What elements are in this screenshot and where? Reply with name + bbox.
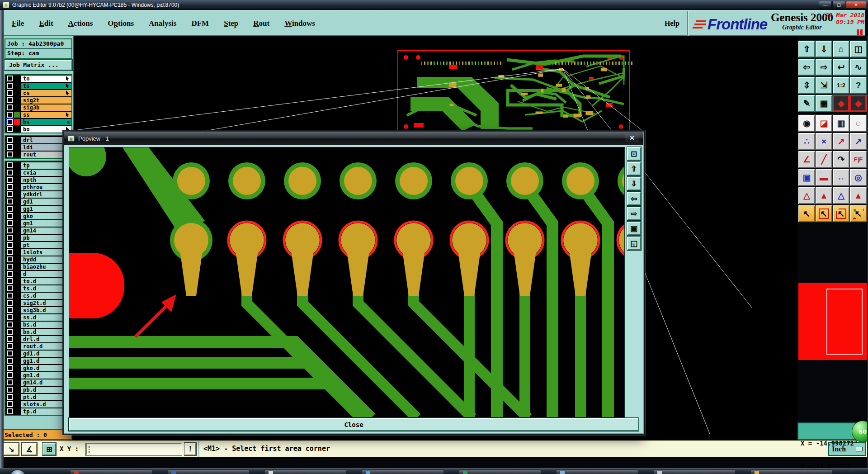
popview-pan-right-button[interactable]: ⇨	[627, 207, 641, 220]
layer-checkbox-cs.d[interactable]	[7, 293, 13, 299]
layer-row-pt.d[interactable]: pt.d	[5, 393, 71, 400]
layer-color-swatch[interactable]	[14, 76, 20, 81]
layer-row-ts[interactable]: ts	[5, 82, 71, 89]
layer-checkbox-gd1.d[interactable]	[7, 351, 13, 356]
maximize-button[interactable]: ▢	[832, 1, 845, 9]
pan-right-button[interactable]: ⇨	[816, 59, 832, 76]
layer-row-cs.d[interactable]: cs.d	[5, 292, 71, 299]
angle-measure-button[interactable]: ∠	[798, 151, 815, 168]
layer-label[interactable]: cs	[21, 90, 71, 96]
layer-checkbox-ss[interactable]	[7, 112, 13, 118]
triangle-mode-3-button[interactable]: △	[833, 187, 849, 204]
split-view-xy-button[interactable]: ◫	[850, 41, 867, 57]
popview-zoom-in-button[interactable]: ⇧	[627, 162, 641, 175]
measure-width-button[interactable]: ↔	[833, 169, 849, 186]
fit-expand-button[interactable]: ⇳	[798, 77, 815, 94]
layer-color-swatch[interactable]	[14, 293, 20, 299]
layer-color-swatch[interactable]	[14, 264, 20, 270]
layer-checkbox-pb.d[interactable]	[7, 387, 13, 393]
layer-checkbox-ts.d[interactable]	[7, 285, 13, 291]
grid-toggle-button[interactable]: ▦	[816, 95, 832, 112]
layer-checkbox-bo.d[interactable]	[7, 329, 13, 335]
layer-row-pthrou[interactable]: pthrou	[5, 183, 71, 190]
layer-checkbox-gko[interactable]	[7, 213, 13, 219]
layer-color-swatch[interactable]	[14, 199, 20, 204]
layer-color-swatch[interactable]	[14, 90, 20, 96]
taskbar-button[interactable]	[459, 469, 541, 474]
angle-mode-icon[interactable]: ∡	[22, 443, 37, 455]
chain-select-button[interactable]: ∴	[798, 133, 815, 150]
layer-color-swatch[interactable]	[14, 104, 20, 110]
layer-checkbox-hydd[interactable]	[7, 256, 13, 262]
triangle-mode-4-button[interactable]: ▲	[850, 187, 867, 204]
layer-row-gd1[interactable]: gd1	[5, 198, 71, 205]
taskbar-button[interactable]	[70, 469, 152, 474]
layer-color-swatch[interactable]	[14, 408, 20, 414]
menu-item-edit[interactable]: Edit	[39, 19, 53, 28]
layer-row-drl.d[interactable]: drl.d	[5, 335, 71, 342]
layer-label[interactable]: ss	[21, 111, 71, 118]
layer-row-slots.d[interactable]: slots.d	[5, 400, 71, 408]
snap-mode-icon[interactable]: ↘	[4, 443, 19, 455]
layer-row-gm14.d[interactable]: gm14.d	[5, 379, 71, 386]
net-highlight-a-button[interactable]: ◆	[833, 95, 849, 112]
zoom-out-button[interactable]: ⇩	[816, 41, 832, 57]
layer-row-gm1[interactable]: gm1	[5, 219, 71, 227]
previous-view-button[interactable]: ↩	[833, 59, 849, 76]
layer-checkbox-sig2t[interactable]	[7, 97, 13, 103]
layer-color-swatch[interactable]	[14, 278, 20, 284]
layer-row-d[interactable]: d	[5, 270, 71, 277]
layer-checkbox-sig2t.d[interactable]	[7, 300, 13, 306]
layer-label[interactable]: to	[21, 75, 71, 82]
scale-1-2-button[interactable]: 1:2	[833, 77, 849, 94]
layer-row-gg1[interactable]: gg1	[5, 205, 71, 212]
layer-row-cs[interactable]: cs	[5, 89, 71, 96]
layer-checkbox-1slots[interactable]	[7, 249, 13, 255]
popview-fit-out-button[interactable]: ◱	[627, 237, 641, 250]
layer-checkbox-bs.d[interactable]	[7, 322, 13, 327]
segment-button[interactable]: ▬	[816, 169, 832, 186]
copy-vertex-button[interactable]: ↗	[850, 133, 867, 150]
menu-item-actions[interactable]: Actions	[68, 19, 93, 28]
layer-compare-button[interactable]: ◪	[816, 115, 832, 132]
popview-title-bar[interactable]: x Popview - 1 ✕	[64, 132, 643, 145]
layer-color-swatch[interactable]	[14, 177, 20, 183]
layer-checkbox-npth[interactable]	[7, 177, 13, 183]
layer-checkbox-pthrou[interactable]	[7, 184, 13, 190]
select-pad-button[interactable]: ◌	[850, 115, 867, 132]
layer-checkbox-pt[interactable]	[7, 242, 13, 248]
layer-color-swatch[interactable]	[14, 184, 20, 190]
layer-color-swatch[interactable]	[14, 351, 20, 356]
layer-color-swatch[interactable]	[14, 372, 20, 378]
layer-checkbox-gg1.d[interactable]	[7, 358, 13, 364]
layer-checkbox-ldi[interactable]	[7, 144, 13, 150]
close-button[interactable]: ✕	[846, 1, 866, 9]
layer-checkbox-tp[interactable]	[7, 162, 13, 168]
layer-color-swatch[interactable]	[14, 285, 20, 291]
layer-row-bs.d[interactable]: bs.d	[5, 321, 71, 328]
triangle-mode-1-button[interactable]: △	[798, 187, 815, 204]
layer-color-swatch[interactable]	[14, 162, 20, 168]
taskbar-button[interactable]	[167, 469, 250, 474]
layer-row-bo.d[interactable]: bo.d	[5, 328, 71, 335]
layer-row-gd1.d[interactable]: gd1.d	[5, 350, 71, 357]
layer-color-swatch[interactable]	[14, 97, 20, 103]
taskbar-button[interactable]	[264, 469, 347, 474]
layer-row-ss[interactable]: ss	[5, 111, 71, 118]
layer-checkbox-slots.d[interactable]	[7, 401, 13, 407]
context-help-button[interactable]: ?	[850, 77, 867, 94]
taskbar-button[interactable]	[653, 469, 736, 474]
layer-checkbox-pt.d[interactable]	[7, 394, 13, 400]
layer-label[interactable]: sig3b	[21, 104, 71, 111]
layer-checkbox-d[interactable]	[7, 271, 13, 277]
layer-row-gg1.d[interactable]: gg1.d	[5, 357, 71, 364]
popview-canvas[interactable]	[69, 147, 625, 417]
layer-row-sig3b[interactable]: sig3b	[5, 104, 71, 111]
delete-vertex-button[interactable]: ×	[816, 133, 832, 150]
layer-row-ydkdrl[interactable]: ydkdrl	[5, 190, 71, 198]
layer-color-swatch[interactable]	[14, 394, 20, 400]
grid-mode-icon[interactable]: ⊞	[42, 443, 56, 455]
menu-item-options[interactable]: Options	[108, 19, 134, 28]
layer-row-gko[interactable]: gko	[5, 212, 71, 219]
pan-left-button[interactable]: ⇦	[798, 59, 815, 76]
